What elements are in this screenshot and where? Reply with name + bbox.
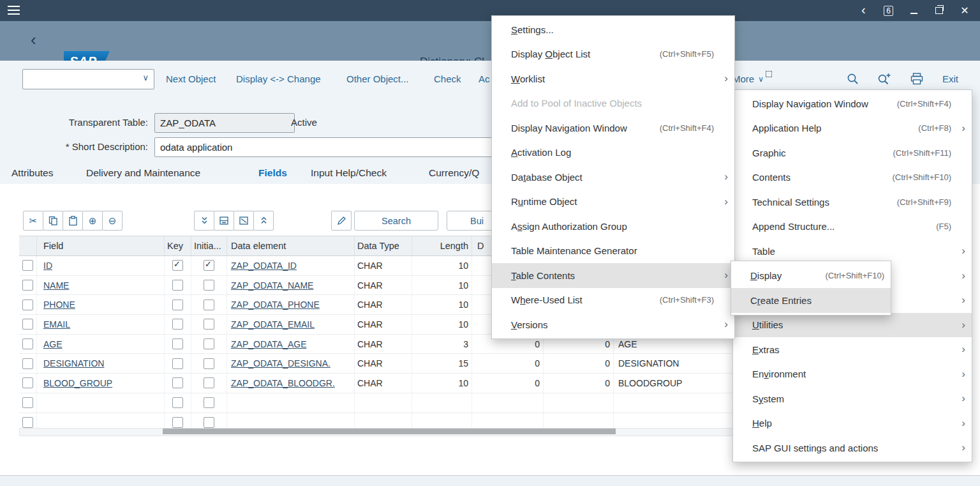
numeric-cell[interactable]: 0 (544, 354, 614, 373)
data-type-cell[interactable]: CHAR (355, 276, 412, 295)
data-type-cell[interactable]: CHAR (355, 335, 412, 354)
column-header-length[interactable]: Length (412, 236, 472, 255)
menu-item-display-object-list[interactable]: Display Object List(Ctrl+Shift+F5) (492, 42, 734, 67)
key-checkbox[interactable] (172, 260, 183, 271)
column-header-initial[interactable]: Initia... (191, 236, 227, 255)
minimize-icon[interactable] (909, 6, 919, 16)
decimals-cell[interactable]: 0 (472, 354, 544, 373)
row-select-checkbox[interactable] (22, 417, 33, 428)
field-name-link[interactable]: AGE (43, 339, 63, 349)
row-select-checkbox[interactable] (22, 260, 33, 271)
data-element-link[interactable]: ZAP_ODATA_DESIGNA. (231, 358, 330, 368)
cut-icon[interactable]: ✂ (23, 211, 43, 231)
field-name-link[interactable]: EMAIL (43, 319, 70, 330)
display-change-button[interactable]: Display <-> Change (236, 61, 321, 96)
field-name-link[interactable]: NAME (43, 280, 69, 291)
field-name-link[interactable]: ID (43, 261, 52, 271)
menu-item-environment[interactable]: Environment› (733, 362, 972, 387)
field-name-link[interactable]: DESIGNATION (43, 358, 104, 368)
shell-back-icon[interactable]: ‹ (858, 4, 868, 15)
initial-checkbox[interactable] (204, 338, 214, 349)
length-cell[interactable]: 10 (412, 276, 472, 295)
remove-row-icon[interactable]: ⊖ (102, 211, 122, 231)
column-header-data-element[interactable]: Data element (227, 236, 355, 255)
menu-item-table-maintenance-generator[interactable]: Table Maintenance Generator (492, 239, 734, 264)
copy-icon[interactable] (43, 211, 63, 231)
initial-checkbox[interactable] (204, 319, 214, 330)
menu-item-assign-authorization-group[interactable]: Assign Authorization Group (492, 214, 734, 239)
close-icon[interactable]: ✕ (960, 6, 970, 16)
paste-icon[interactable] (63, 211, 83, 231)
menu-item-table-contents[interactable]: Table Contents› (492, 263, 734, 288)
data-element-link[interactable]: ZAP_ODATA_BLOODGR. (231, 378, 335, 388)
short-description-field[interactable] (154, 137, 523, 157)
length-cell[interactable]: 10 (412, 295, 472, 314)
menu-item-system[interactable]: System› (733, 386, 972, 411)
data-element-link[interactable]: ZAP_ODATA_ID (231, 261, 297, 271)
chevron-down-icon[interactable]: ∨ (142, 73, 149, 82)
command-input[interactable] (27, 72, 135, 87)
field-name-link[interactable]: BLOOD_GROUP (43, 378, 112, 388)
row-select-checkbox[interactable] (22, 280, 33, 291)
menu-item-where-used-list[interactable]: Where-Used List(Ctrl+Shift+F3) (492, 288, 734, 313)
column-header-field[interactable]: Field (37, 236, 165, 255)
initial-checkbox[interactable] (204, 280, 214, 291)
delete-row-icon[interactable] (234, 211, 254, 231)
menu-item-technical-settings[interactable]: Technical Settings(Ctrl+Shift+F9) (733, 190, 972, 215)
row-select-checkbox[interactable] (22, 377, 33, 388)
key-checkbox[interactable] (172, 300, 183, 310)
length-cell[interactable]: 10 (412, 315, 472, 334)
scrollbar-thumb[interactable] (163, 429, 616, 434)
initial-checkbox[interactable] (204, 417, 214, 428)
menu-item-extras[interactable]: Extras› (733, 337, 972, 362)
add-row-icon[interactable]: ⊕ (82, 211, 103, 231)
restore-icon[interactable] (934, 6, 944, 16)
insert-row-icon[interactable] (214, 211, 234, 231)
field-name-link[interactable]: PHONE (43, 300, 75, 310)
tab-input-help-check[interactable]: Input Help/Check (311, 162, 387, 184)
key-checkbox[interactable] (172, 377, 183, 388)
row-select-checkbox[interactable] (22, 338, 33, 349)
key-checkbox[interactable] (172, 319, 183, 330)
zoom-in-icon[interactable] (878, 73, 891, 85)
key-checkbox[interactable] (172, 338, 183, 349)
print-icon[interactable] (910, 73, 923, 85)
tab-currency-quantity[interactable]: Currency/Q (429, 162, 479, 184)
menu-item-create-entries[interactable]: Create Entries (731, 288, 891, 313)
data-element-link[interactable]: ZAP_ODATA_EMAIL (231, 319, 315, 330)
search-icon[interactable] (847, 73, 859, 85)
activate-button[interactable]: Ac (479, 61, 490, 96)
key-checkbox[interactable] (172, 397, 183, 408)
data-type-cell[interactable]: CHAR (355, 315, 412, 334)
length-cell[interactable]: 10 (412, 256, 472, 275)
menu-item-application-help[interactable]: Application Help(Ctrl+F8)› (733, 116, 972, 141)
data-type-cell[interactable]: CHAR (355, 256, 412, 275)
edit-pencil-icon[interactable] (331, 211, 352, 231)
menu-item-database-object[interactable]: Database Object› (492, 165, 734, 190)
exit-button[interactable]: Exit (942, 73, 958, 84)
table-name-field[interactable] (154, 113, 295, 133)
tab-fields[interactable]: Fields (258, 162, 287, 186)
initial-checkbox[interactable] (204, 358, 214, 369)
row-select-checkbox[interactable] (22, 358, 33, 369)
initial-checkbox[interactable] (204, 260, 214, 271)
menu-item-activation-log[interactable]: Activation Log (492, 140, 734, 165)
tab-delivery-and-maintenance[interactable]: Delivery and Maintenance (86, 162, 200, 184)
data-element-link[interactable]: ZAP_ODATA_PHONE (231, 300, 320, 310)
length-cell[interactable]: 10 (412, 374, 472, 393)
menu-item-append-structure[interactable]: Append Structure...(F5) (733, 215, 972, 239)
session-number-badge[interactable]: 6 (884, 6, 893, 16)
menu-item-settings[interactable]: Settings... (492, 17, 734, 42)
menu-item-worklist[interactable]: Worklist› (492, 66, 734, 91)
row-select-checkbox[interactable] (22, 319, 33, 330)
decimals-cell[interactable]: 0 (472, 374, 544, 393)
hamburger-menu-icon[interactable] (8, 6, 20, 15)
menu-item-contents[interactable]: Contents(Ctrl+Shift+F10) (733, 165, 972, 190)
command-combobox[interactable]: ∨ (22, 69, 154, 89)
check-button[interactable]: Check (434, 61, 461, 96)
data-element-link[interactable]: ZAP_ODATA_AGE (231, 339, 307, 349)
tab-attributes[interactable]: Attributes (11, 162, 53, 184)
key-checkbox[interactable] (172, 358, 183, 369)
back-icon[interactable]: ‹ (31, 31, 36, 48)
other-object-button[interactable]: Other Object... (346, 61, 409, 96)
